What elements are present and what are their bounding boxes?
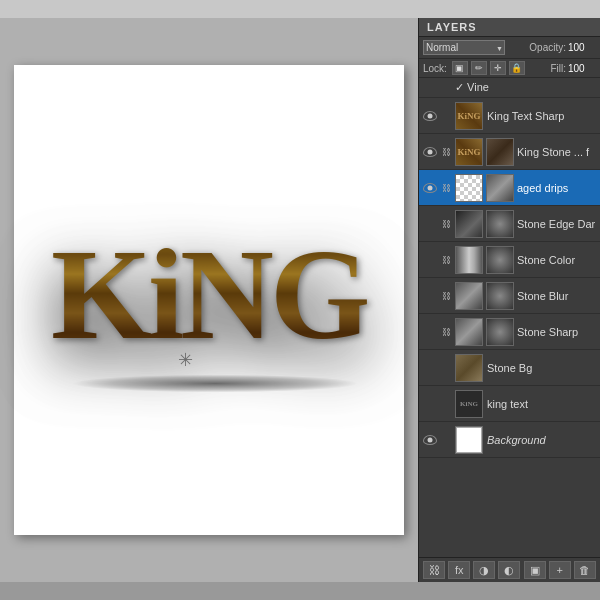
layer-item-king-stone[interactable]: ⛓ KiNG King Stone ... f — [419, 134, 600, 170]
thumb-king-stone: KiNG — [456, 139, 482, 165]
chain-icon-stone-edge: ⛓ — [442, 219, 451, 229]
canvas-area: KiNG ✳ — [0, 18, 418, 582]
lock-move-btn[interactable]: ✛ — [490, 61, 506, 75]
layer-name-stone-sharp: Stone Sharp — [515, 326, 598, 338]
thumb-stone-color — [456, 247, 482, 273]
layer-item-vine[interactable]: ✓ Vine — [419, 78, 600, 98]
thumb-stone-blur — [456, 283, 482, 309]
layer-mask-aged-drips — [486, 174, 514, 202]
layer-visibility-king-stone[interactable] — [421, 147, 439, 157]
layer-item-stone-edge[interactable]: ⛓ Stone Edge Dar — [419, 206, 600, 242]
layer-link-stone-color: ⛓ — [439, 255, 453, 265]
layer-visibility-aged-drips[interactable] — [421, 183, 439, 193]
fill-value[interactable]: 100 — [568, 63, 596, 74]
thumb-background — [456, 427, 482, 453]
layer-item-stone-blur[interactable]: ⛓ Stone Blur — [419, 278, 600, 314]
layer-visibility-background[interactable] — [421, 435, 439, 445]
add-mask-button[interactable]: ◑ — [473, 561, 495, 579]
layer-item-stone-color[interactable]: ⛓ Stone Color — [419, 242, 600, 278]
lock-paint-btn[interactable]: ✏ — [471, 61, 487, 75]
layer-thumb-stone-bg — [455, 354, 483, 382]
layer-thumb-king-text-sharp: KiNG — [455, 102, 483, 130]
layer-item-stone-bg[interactable]: Stone Bg — [419, 350, 600, 386]
thumb-king-text: KiNG — [456, 391, 482, 417]
layer-item-stone-sharp[interactable]: ⛓ Stone Sharp — [419, 314, 600, 350]
layers-list: ✓ Vine KiNG King Text Sharp — [419, 78, 600, 557]
layer-thumb-stone-sharp — [455, 318, 483, 346]
layer-thumb-stone-color — [455, 246, 483, 274]
opacity-value[interactable]: 100 — [568, 42, 596, 53]
layer-link-stone-blur: ⛓ — [439, 291, 453, 301]
canvas-document: KiNG ✳ — [14, 65, 404, 535]
chain-icon-stone-color: ⛓ — [442, 255, 451, 265]
chain-icon-stone-blur: ⛓ — [442, 291, 451, 301]
lock-row: Lock: ▣ ✏ ✛ 🔒 Fill: 100 — [419, 59, 600, 78]
thumb-king-text-sharp: KiNG — [456, 103, 482, 129]
fill-group: Fill: 100 — [550, 63, 596, 74]
king-text-display: KiNG — [51, 229, 367, 359]
opacity-label: Opacity: — [529, 42, 566, 53]
fill-label: Fill: — [550, 63, 566, 74]
thumb-mask-aged-drips — [487, 175, 513, 201]
layer-link-stone-edge: ⛓ — [439, 219, 453, 229]
opacity-group: Opacity: 100 — [529, 42, 596, 53]
blend-mode-select[interactable]: Normal Multiply Screen Overlay — [423, 40, 505, 55]
layer-thumb-king-stone: KiNG — [455, 138, 483, 166]
layers-title: LAYERS — [427, 21, 477, 33]
chain-icon-aged-drips: ⛓ — [442, 183, 451, 193]
thumb-mask-stone-color — [487, 247, 513, 273]
layer-name-vine: ✓ Vine — [453, 81, 598, 94]
link-layers-button[interactable]: ⛓ — [423, 561, 445, 579]
main-area: KiNG ✳ LAYERS Normal Multiply Screen — [0, 18, 600, 582]
layer-name-stone-edge: Stone Edge Dar — [515, 218, 598, 230]
thumb-stone-edge — [456, 211, 482, 237]
chain-icon-stone-sharp: ⛓ — [442, 327, 451, 337]
layer-item-aged-drips[interactable]: ⛓ aged drips — [419, 170, 600, 206]
layers-panel: LAYERS Normal Multiply Screen Overlay Op… — [418, 18, 600, 582]
layer-item-background[interactable]: Background — [419, 422, 600, 458]
layer-thumb-stone-blur — [455, 282, 483, 310]
lock-label: Lock: — [423, 63, 447, 74]
eye-icon-background — [423, 435, 437, 445]
layer-thumb-stone-edge — [455, 210, 483, 238]
layer-name-king-text-sharp: King Text Sharp — [485, 110, 598, 122]
top-bar — [0, 0, 600, 18]
lock-transparent-btn[interactable]: ▣ — [452, 61, 468, 75]
layer-name-aged-drips: aged drips — [515, 182, 598, 194]
king-text-container: KiNG — [51, 229, 367, 359]
layer-item-king-text[interactable]: KiNG king text — [419, 386, 600, 422]
layer-mask-stone-blur — [486, 282, 514, 310]
layer-link-aged-drips: ⛓ — [439, 183, 453, 193]
chain-icon-king-stone: ⛓ — [442, 147, 451, 157]
layer-visibility-king-text-sharp[interactable] — [421, 111, 439, 121]
layer-thumb-background — [455, 426, 483, 454]
layer-name-king-stone: King Stone ... f — [515, 146, 598, 158]
adjustment-button[interactable]: ◐ — [498, 561, 520, 579]
eye-icon-king-stone — [423, 147, 437, 157]
thumb-stone-sharp — [456, 319, 482, 345]
fx-button[interactable]: fx — [448, 561, 470, 579]
layer-item-king-text-sharp[interactable]: KiNG King Text Sharp — [419, 98, 600, 134]
canvas-content: KiNG ✳ — [14, 65, 404, 535]
cursor-icon: ✳ — [178, 349, 193, 371]
layer-mask-king-stone — [486, 138, 514, 166]
layer-mask-stone-edge — [486, 210, 514, 238]
layers-controls: Normal Multiply Screen Overlay Opacity: … — [419, 37, 600, 59]
layer-mask-stone-color — [486, 246, 514, 274]
layer-mask-stone-sharp — [486, 318, 514, 346]
layer-thumb-king-text: KiNG — [455, 390, 483, 418]
thumb-mask-stone-blur — [487, 283, 513, 309]
new-group-button[interactable]: ▣ — [524, 561, 546, 579]
layers-bottom-toolbar: ⛓ fx ◑ ◐ ▣ + 🗑 — [419, 557, 600, 582]
blend-mode-wrapper[interactable]: Normal Multiply Screen Overlay — [423, 40, 505, 55]
delete-layer-button[interactable]: 🗑 — [574, 561, 596, 579]
thumb-aged-drips — [456, 175, 482, 201]
eye-icon-aged-drips — [423, 183, 437, 193]
app-container: KiNG ✳ LAYERS Normal Multiply Screen — [0, 0, 600, 600]
lock-all-btn[interactable]: 🔒 — [509, 61, 525, 75]
layer-link-stone-sharp: ⛓ — [439, 327, 453, 337]
eye-icon-king-text-sharp — [423, 111, 437, 121]
new-layer-button[interactable]: + — [549, 561, 571, 579]
thumb-stone-bg — [456, 355, 482, 381]
layers-panel-header: LAYERS — [419, 18, 600, 37]
